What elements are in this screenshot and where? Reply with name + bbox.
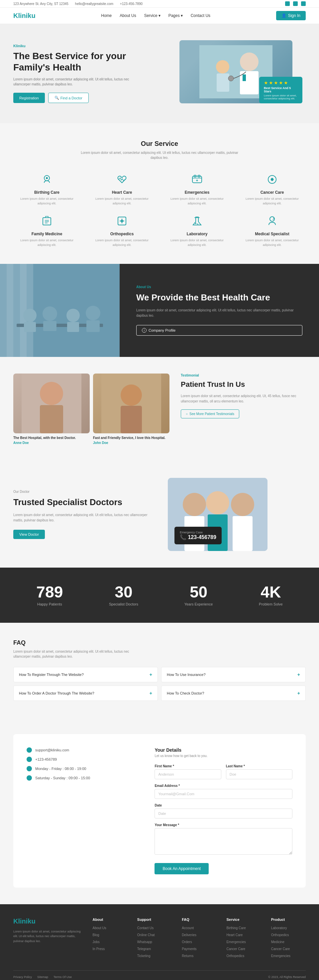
social-icon-1[interactable] xyxy=(285,1,290,6)
stat-number-problems: 4K xyxy=(259,584,283,600)
circle-icon: i xyxy=(142,328,146,332)
navbar: Kliniku Home About Us Service Pages Cont… xyxy=(0,8,319,24)
faq-description: Lorem ipsum dolor sit amet, consectetur … xyxy=(13,649,146,659)
footer-link-returns[interactable]: Returns xyxy=(182,954,194,958)
footer-link-jobs[interactable]: Jobs xyxy=(93,940,100,944)
registration-button[interactable]: Registration xyxy=(13,93,45,103)
footer-link-birthing[interactable]: Birthing Care xyxy=(226,926,246,930)
first-name-input[interactable] xyxy=(154,769,221,779)
company-profile-button[interactable]: i Company Profile xyxy=(136,325,302,336)
footer-link-medicine[interactable]: Medicine xyxy=(271,940,284,944)
last-name-label: Last Name * xyxy=(226,764,292,768)
service-name-emergencies: Emergencies xyxy=(163,190,231,195)
service-name-cancer: Cancer Care xyxy=(239,190,306,195)
footer-link-cancer-prod[interactable]: Cancer Care xyxy=(271,947,290,951)
faq-expand-1[interactable]: + xyxy=(149,672,152,677)
footer-grid: Kliniku Lorem ipsum dolor sit amet, cons… xyxy=(13,918,306,960)
faq-item-2[interactable]: How To Use Insurance? + xyxy=(161,667,306,682)
testimonial-image-2 xyxy=(93,374,170,433)
form-subtitle: Your Details xyxy=(154,748,292,753)
faq-item-3[interactable]: How To Order A Doctor Through The Websit… xyxy=(13,686,158,701)
patient-illustration-1 xyxy=(13,374,90,433)
footer-link-whatsapp[interactable]: Whatsapp xyxy=(137,940,152,944)
social-icon-3[interactable] xyxy=(301,1,306,6)
footer-link-contact[interactable]: Contact Us xyxy=(137,926,154,930)
footer-col-faq: FAQ Account Deliveries Orders Payments R… xyxy=(182,918,216,960)
footer-link-emergencies-prod[interactable]: Emergencies xyxy=(271,954,290,958)
footer-link-account[interactable]: Account xyxy=(182,926,194,930)
testimonials-wrapper: The Best Hospital, with the best Doctor.… xyxy=(13,374,306,445)
last-name-input[interactable] xyxy=(226,769,292,779)
footer-link-deliveries[interactable]: Deliveries xyxy=(182,933,197,937)
circle-small-icon: ○ xyxy=(186,412,188,416)
view-doctor-button[interactable]: View Doctor xyxy=(13,530,45,539)
footer: Kliniku Lorem ipsum dolor sit amet, cons… xyxy=(0,904,319,980)
stat-label-years: Years Experience xyxy=(184,602,213,606)
first-name-group: First Name * xyxy=(154,764,221,779)
search-icon: 🔍 xyxy=(54,96,59,100)
see-more-testimonials-button[interactable]: ○ See More Patient Testimonials xyxy=(181,409,239,418)
find-doctor-button[interactable]: 🔍 Find a Doctor xyxy=(48,93,89,103)
footer-link-ortho-prod[interactable]: Orthopedics xyxy=(271,933,289,937)
testimonial-image-1 xyxy=(13,374,90,433)
date-input[interactable] xyxy=(154,808,292,818)
service-name-heart: Heart Care xyxy=(88,190,156,195)
footer-link-online-chat[interactable]: Online Chat xyxy=(137,933,155,937)
emergencies-icon xyxy=(190,172,204,187)
nav-pages[interactable]: Pages xyxy=(168,13,183,18)
faq-item-1[interactable]: How To Register Through The Website? + xyxy=(13,667,158,682)
footer-link-payments[interactable]: Payments xyxy=(182,947,197,951)
birthing-care-icon xyxy=(40,172,54,187)
footer-link-blog[interactable]: Blog xyxy=(93,933,99,937)
footer-terms-link[interactable]: Terms Of Use xyxy=(54,975,72,979)
footer-link-lab[interactable]: Laboratory xyxy=(271,926,287,930)
topbar-address: 123 Anywhere St. Any City, ST 12345 xyxy=(13,2,68,6)
phone-icon xyxy=(27,757,32,762)
testimonial-name-2: John Doe xyxy=(93,441,170,445)
faq-expand-4[interactable]: + xyxy=(297,690,300,696)
form-name-row: First Name * Last Name * xyxy=(154,764,292,779)
svg-rect-26 xyxy=(24,322,36,332)
nav-service[interactable]: Service xyxy=(144,13,160,18)
book-appointment-button[interactable]: Book An Appointment xyxy=(154,863,209,874)
footer-link-orders[interactable]: Orders xyxy=(182,940,192,944)
footer-link-about-us[interactable]: About Us xyxy=(93,926,106,930)
hero-description: Lorem ipsum dolor sit amet, consectetur … xyxy=(13,77,133,87)
nav-logo[interactable]: Kliniku xyxy=(13,12,36,20)
signin-button[interactable]: 👤 Sign In xyxy=(276,11,306,20)
nav-contact[interactable]: Contact Us xyxy=(191,13,210,18)
medical-specialist-icon xyxy=(265,214,279,228)
service-desc-emergencies: Lorem ipsum dolor sit amet, consectetur … xyxy=(163,197,231,206)
appointment-form: Your Details Let us know how to get back… xyxy=(154,748,292,874)
faq-expand-2[interactable]: + xyxy=(297,672,300,677)
service-desc-laboratory: Lorem ipsum dolor sit amet, consectetur … xyxy=(163,238,231,247)
doctors-right: Emergency Case 📞 123-456789 xyxy=(168,478,306,551)
hero-brand: Kliniku xyxy=(13,44,133,48)
service-card-orthopedics: Orthopedics Lorem ipsum dolor sit amet, … xyxy=(88,214,156,247)
svg-point-13 xyxy=(271,178,273,180)
footer-link-telegram[interactable]: Telegram xyxy=(137,947,151,951)
services-description: Lorem ipsum dolor sit amet, consectetur … xyxy=(76,150,243,160)
svg-point-31 xyxy=(86,306,100,320)
svg-point-41 xyxy=(183,493,206,516)
nav-about[interactable]: About Us xyxy=(120,13,136,18)
footer-col-faq-title: FAQ xyxy=(182,918,216,921)
first-name-label: First Name * xyxy=(154,764,221,768)
faq-item-4[interactable]: How To Check Doctor? + xyxy=(161,686,306,701)
social-icon-2[interactable] xyxy=(293,1,298,6)
message-textarea[interactable] xyxy=(154,828,292,855)
svg-rect-5 xyxy=(217,73,229,92)
nav-home[interactable]: Home xyxy=(101,13,112,18)
email-input[interactable] xyxy=(154,789,292,799)
footer-privacy-link[interactable]: Privacy Policy xyxy=(13,975,32,979)
footer-link-emergencies[interactable]: Emergencies xyxy=(226,940,246,944)
footer-brand: Kliniku Lorem ipsum dolor sit amet, cons… xyxy=(13,918,83,960)
footer-link-cancer[interactable]: Cancer Care xyxy=(226,947,245,951)
footer-link-ortho[interactable]: Orthopedics xyxy=(226,954,244,958)
footer-sitemap-link[interactable]: Sitemap xyxy=(37,975,48,979)
emergency-label: Emergency Case xyxy=(180,531,216,534)
faq-expand-3[interactable]: + xyxy=(149,690,152,696)
footer-link-ticketing[interactable]: Ticketing xyxy=(137,954,151,958)
footer-link-in-press[interactable]: In Press xyxy=(93,947,105,951)
footer-link-heart[interactable]: Heart Care xyxy=(226,933,243,937)
